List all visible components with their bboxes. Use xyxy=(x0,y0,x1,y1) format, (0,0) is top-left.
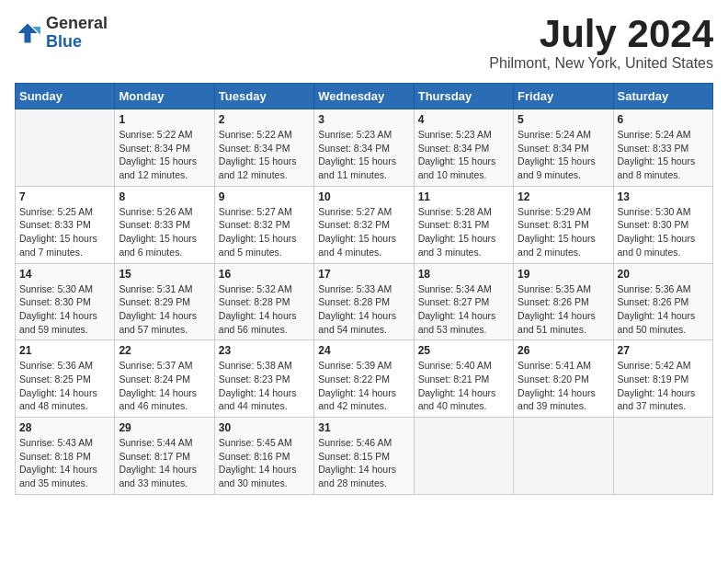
day-info: Sunrise: 5:43 AM Sunset: 8:18 PM Dayligh… xyxy=(19,436,110,490)
col-header-friday: Friday xyxy=(514,84,613,109)
day-cell: 28Sunrise: 5:43 AM Sunset: 8:18 PM Dayli… xyxy=(16,418,115,495)
col-header-sunday: Sunday xyxy=(16,84,115,109)
day-info: Sunrise: 5:44 AM Sunset: 8:17 PM Dayligh… xyxy=(119,436,210,490)
day-cell: 10Sunrise: 5:27 AM Sunset: 8:32 PM Dayli… xyxy=(314,186,414,263)
day-cell xyxy=(414,418,513,495)
day-info: Sunrise: 5:25 AM Sunset: 8:33 PM Dayligh… xyxy=(19,205,110,259)
day-number: 28 xyxy=(19,421,110,434)
day-cell: 7Sunrise: 5:25 AM Sunset: 8:33 PM Daylig… xyxy=(16,186,115,263)
day-number: 6 xyxy=(618,113,709,126)
day-number: 7 xyxy=(19,190,110,203)
day-number: 21 xyxy=(19,344,110,357)
day-cell: 17Sunrise: 5:33 AM Sunset: 8:28 PM Dayli… xyxy=(314,263,414,340)
col-header-thursday: Thursday xyxy=(414,84,513,109)
day-info: Sunrise: 5:40 AM Sunset: 8:21 PM Dayligh… xyxy=(418,359,509,413)
day-info: Sunrise: 5:37 AM Sunset: 8:24 PM Dayligh… xyxy=(119,359,210,413)
day-number: 27 xyxy=(618,344,709,357)
day-number: 18 xyxy=(418,268,509,281)
day-info: Sunrise: 5:32 AM Sunset: 8:28 PM Dayligh… xyxy=(219,282,310,337)
day-info: Sunrise: 5:27 AM Sunset: 8:32 PM Dayligh… xyxy=(318,205,409,259)
day-info: Sunrise: 5:39 AM Sunset: 8:22 PM Dayligh… xyxy=(318,359,409,413)
day-number: 12 xyxy=(518,190,609,203)
day-cell xyxy=(613,418,712,495)
day-number: 9 xyxy=(219,190,310,203)
day-cell: 8Sunrise: 5:26 AM Sunset: 8:33 PM Daylig… xyxy=(115,186,214,263)
col-header-saturday: Saturday xyxy=(613,84,712,109)
day-cell: 21Sunrise: 5:36 AM Sunset: 8:25 PM Dayli… xyxy=(16,340,115,418)
day-number: 15 xyxy=(119,268,210,281)
week-row-1: 1Sunrise: 5:22 AM Sunset: 8:34 PM Daylig… xyxy=(16,109,713,187)
day-number: 20 xyxy=(618,268,709,281)
day-cell: 2Sunrise: 5:22 AM Sunset: 8:34 PM Daylig… xyxy=(214,109,313,187)
day-cell: 5Sunrise: 5:24 AM Sunset: 8:34 PM Daylig… xyxy=(514,109,613,187)
day-number: 16 xyxy=(219,268,310,281)
day-number: 19 xyxy=(518,268,609,281)
day-number: 4 xyxy=(418,113,509,126)
day-info: Sunrise: 5:24 AM Sunset: 8:34 PM Dayligh… xyxy=(518,128,609,182)
col-header-monday: Monday xyxy=(115,84,214,109)
day-info: Sunrise: 5:29 AM Sunset: 8:31 PM Dayligh… xyxy=(518,205,609,259)
day-cell: 27Sunrise: 5:42 AM Sunset: 8:19 PM Dayli… xyxy=(613,340,712,418)
day-number: 30 xyxy=(219,421,310,434)
day-number: 23 xyxy=(219,344,310,357)
day-info: Sunrise: 5:42 AM Sunset: 8:19 PM Dayligh… xyxy=(618,359,709,413)
day-info: Sunrise: 5:45 AM Sunset: 8:16 PM Dayligh… xyxy=(219,436,310,490)
day-cell: 3Sunrise: 5:23 AM Sunset: 8:34 PM Daylig… xyxy=(314,109,414,187)
day-number: 22 xyxy=(119,344,210,357)
week-row-2: 7Sunrise: 5:25 AM Sunset: 8:33 PM Daylig… xyxy=(16,186,713,263)
logo-text: General Blue xyxy=(46,15,108,52)
day-info: Sunrise: 5:23 AM Sunset: 8:34 PM Dayligh… xyxy=(418,128,509,182)
col-header-tuesday: Tuesday xyxy=(214,84,313,109)
day-number: 26 xyxy=(518,344,609,357)
day-info: Sunrise: 5:35 AM Sunset: 8:26 PM Dayligh… xyxy=(518,282,609,337)
day-info: Sunrise: 5:33 AM Sunset: 8:28 PM Dayligh… xyxy=(318,282,409,337)
week-row-4: 21Sunrise: 5:36 AM Sunset: 8:25 PM Dayli… xyxy=(16,340,713,418)
day-number: 1 xyxy=(119,113,210,126)
day-info: Sunrise: 5:30 AM Sunset: 8:30 PM Dayligh… xyxy=(618,205,709,259)
day-number: 29 xyxy=(119,421,210,434)
logo-general-text: General xyxy=(46,15,108,33)
subtitle: Philmont, New York, United States xyxy=(489,55,713,72)
day-info: Sunrise: 5:26 AM Sunset: 8:33 PM Dayligh… xyxy=(119,205,210,259)
day-cell: 31Sunrise: 5:46 AM Sunset: 8:15 PM Dayli… xyxy=(314,418,414,495)
svg-marker-0 xyxy=(18,23,38,42)
page-header: General Blue July 2024 Philmont, New Yor… xyxy=(15,15,713,72)
day-number: 17 xyxy=(318,268,409,281)
day-info: Sunrise: 5:23 AM Sunset: 8:34 PM Dayligh… xyxy=(318,128,409,182)
day-number: 13 xyxy=(618,190,709,203)
day-cell xyxy=(514,418,613,495)
day-number: 10 xyxy=(318,190,409,203)
day-info: Sunrise: 5:36 AM Sunset: 8:26 PM Dayligh… xyxy=(618,282,709,337)
day-info: Sunrise: 5:22 AM Sunset: 8:34 PM Dayligh… xyxy=(119,128,210,182)
day-cell: 11Sunrise: 5:28 AM Sunset: 8:31 PM Dayli… xyxy=(414,186,513,263)
day-info: Sunrise: 5:38 AM Sunset: 8:23 PM Dayligh… xyxy=(219,359,310,413)
day-info: Sunrise: 5:30 AM Sunset: 8:30 PM Dayligh… xyxy=(19,282,110,337)
day-info: Sunrise: 5:36 AM Sunset: 8:25 PM Dayligh… xyxy=(19,359,110,413)
title-area: July 2024 Philmont, New York, United Sta… xyxy=(489,15,713,72)
day-number: 3 xyxy=(318,113,409,126)
day-info: Sunrise: 5:27 AM Sunset: 8:32 PM Dayligh… xyxy=(219,205,310,259)
day-cell: 6Sunrise: 5:24 AM Sunset: 8:33 PM Daylig… xyxy=(613,109,712,187)
day-info: Sunrise: 5:31 AM Sunset: 8:29 PM Dayligh… xyxy=(119,282,210,337)
day-cell: 19Sunrise: 5:35 AM Sunset: 8:26 PM Dayli… xyxy=(514,263,613,340)
day-number: 14 xyxy=(19,268,110,281)
week-row-5: 28Sunrise: 5:43 AM Sunset: 8:18 PM Dayli… xyxy=(16,418,713,495)
main-title: July 2024 xyxy=(489,15,713,53)
day-number: 2 xyxy=(219,113,310,126)
day-cell: 14Sunrise: 5:30 AM Sunset: 8:30 PM Dayli… xyxy=(16,263,115,340)
day-info: Sunrise: 5:22 AM Sunset: 8:34 PM Dayligh… xyxy=(219,128,310,182)
week-row-3: 14Sunrise: 5:30 AM Sunset: 8:30 PM Dayli… xyxy=(16,263,713,340)
day-number: 24 xyxy=(318,344,409,357)
day-cell: 26Sunrise: 5:41 AM Sunset: 8:20 PM Dayli… xyxy=(514,340,613,418)
calendar-table: SundayMondayTuesdayWednesdayThursdayFrid… xyxy=(15,83,713,495)
day-cell: 25Sunrise: 5:40 AM Sunset: 8:21 PM Dayli… xyxy=(414,340,513,418)
day-info: Sunrise: 5:41 AM Sunset: 8:20 PM Dayligh… xyxy=(518,359,609,413)
day-number: 5 xyxy=(518,113,609,126)
day-cell: 30Sunrise: 5:45 AM Sunset: 8:16 PM Dayli… xyxy=(214,418,313,495)
col-header-wednesday: Wednesday xyxy=(314,84,414,109)
day-number: 11 xyxy=(418,190,509,203)
logo-icon xyxy=(15,20,40,46)
logo: General Blue xyxy=(15,15,108,52)
day-number: 8 xyxy=(119,190,210,203)
day-cell: 23Sunrise: 5:38 AM Sunset: 8:23 PM Dayli… xyxy=(214,340,313,418)
